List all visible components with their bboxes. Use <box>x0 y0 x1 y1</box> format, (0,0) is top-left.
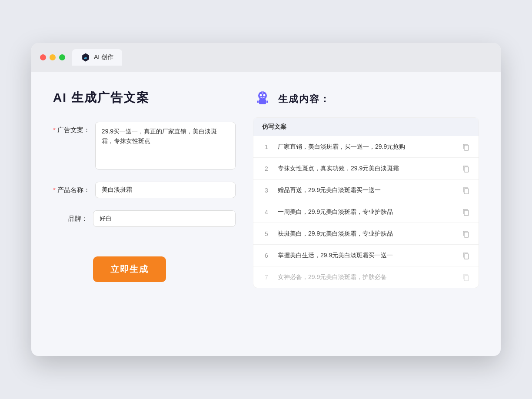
row-text-3: 赠品再送，29.9元美白淡斑霜买一送一 <box>278 186 455 195</box>
table-row: 4 一周美白，29.9元美白淡斑霜，专业护肤品 <box>253 201 479 223</box>
row-num-6: 6 <box>262 252 271 259</box>
svg-rect-3 <box>259 99 266 104</box>
results-title: 生成内容： <box>278 93 330 106</box>
row-text-5: 祛斑美白，29.9元美白淡斑霜，专业护肤品 <box>278 229 455 238</box>
brand-label: 品牌： <box>53 210 88 223</box>
browser-titlebar: AI AI 创作 <box>31 43 501 72</box>
copy-icon-4[interactable] <box>462 208 470 216</box>
required-star-1: * <box>53 126 56 133</box>
required-star-2: * <box>53 186 56 193</box>
svg-point-4 <box>260 94 262 96</box>
svg-rect-14 <box>464 232 469 237</box>
browser-window: AI AI 创作 AI 生成广告文案 *广告文案： 29.9买一送一，真正的厂家… <box>31 43 501 356</box>
row-num-2: 2 <box>262 165 271 172</box>
copy-icon-2[interactable] <box>462 165 470 173</box>
robot-icon <box>253 90 272 109</box>
copy-icon-5[interactable] <box>462 230 470 238</box>
svg-point-7 <box>262 91 263 93</box>
row-text-2: 专抹女性斑点，真实功效，29.9元美白淡斑霜 <box>278 164 455 173</box>
left-panel: AI 生成广告文案 *广告文案： 29.9买一送一，真正的厂家直销，美白淡斑霜，… <box>53 90 236 282</box>
right-panel: 生成内容： 仿写文案 1 厂家直销，美白淡斑霜，买一送一，29.9元抢购 2 专… <box>253 90 479 288</box>
copy-icon-1[interactable] <box>462 143 470 151</box>
browser-content: AI 生成广告文案 *广告文案： 29.9买一送一，真正的厂家直销，美白淡斑霜，… <box>31 72 501 306</box>
table-row: 6 掌握美白生活，29.9元美白淡斑霜买一送一 <box>253 245 479 266</box>
row-text-1: 厂家直销，美白淡斑霜，买一送一，29.9元抢购 <box>278 142 455 151</box>
svg-rect-15 <box>464 254 469 259</box>
table-row: 3 赠品再送，29.9元美白淡斑霜买一送一 <box>253 180 479 201</box>
ai-tab[interactable]: AI AI 创作 <box>72 49 122 66</box>
ad-copy-group: *广告文案： 29.9买一送一，真正的厂家直销，美白淡斑霜，专抹女性斑点 <box>53 122 236 170</box>
svg-rect-13 <box>464 210 469 216</box>
svg-rect-12 <box>464 189 469 194</box>
ad-copy-label: *广告文案： <box>53 122 90 134</box>
results-table: 仿写文案 1 厂家直销，美白淡斑霜，买一送一，29.9元抢购 2 专抹女性斑点，… <box>253 117 479 288</box>
row-text-6: 掌握美白生活，29.9元美白淡斑霜买一送一 <box>278 251 455 260</box>
row-num-7: 7 <box>262 274 271 281</box>
copy-icon-3[interactable] <box>462 186 470 194</box>
svg-point-5 <box>263 94 266 96</box>
brand-input[interactable] <box>93 210 236 227</box>
copy-icon-7[interactable] <box>462 273 470 281</box>
product-name-input[interactable] <box>95 182 236 198</box>
close-button[interactable] <box>40 54 46 60</box>
maximize-button[interactable] <box>59 54 65 60</box>
row-num-1: 1 <box>262 143 271 150</box>
product-name-label: *产品名称： <box>53 182 90 194</box>
row-num-3: 3 <box>262 187 271 194</box>
svg-text:AI: AI <box>84 56 87 60</box>
row-text-7: 女神必备，29.9元美白淡斑霜，护肤必备 <box>278 273 455 282</box>
minimize-button[interactable] <box>50 54 56 60</box>
svg-rect-11 <box>464 167 469 172</box>
copy-icon-6[interactable] <box>462 252 470 259</box>
svg-rect-6 <box>262 93 263 94</box>
table-row: 7 女神必备，29.9元美白淡斑霜，护肤必备 <box>253 266 479 288</box>
svg-rect-10 <box>464 145 469 150</box>
results-header: 生成内容： <box>253 90 479 109</box>
row-num-4: 4 <box>262 209 271 216</box>
svg-rect-16 <box>464 276 469 281</box>
page-title: AI 生成广告文案 <box>53 90 236 106</box>
table-row: 5 祛斑美白，29.9元美白淡斑霜，专业护肤品 <box>253 223 479 245</box>
table-row: 2 专抹女性斑点，真实功效，29.9元美白淡斑霜 <box>253 158 479 180</box>
table-row: 1 厂家直销，美白淡斑霜，买一送一，29.9元抢购 <box>253 136 479 158</box>
brand-group: 品牌： <box>53 210 236 227</box>
tab-label: AI 创作 <box>94 53 113 61</box>
generate-button[interactable]: 立即生成 <box>93 256 166 282</box>
svg-rect-9 <box>266 100 268 103</box>
table-header: 仿写文案 <box>253 118 479 136</box>
ad-copy-input[interactable]: 29.9买一送一，真正的厂家直销，美白淡斑霜，专抹女性斑点 <box>95 122 236 170</box>
product-name-group: *产品名称： <box>53 182 236 198</box>
svg-rect-8 <box>257 100 259 103</box>
traffic-lights <box>40 54 65 60</box>
row-num-5: 5 <box>262 230 271 237</box>
ai-tab-icon: AI <box>81 53 90 62</box>
row-text-4: 一周美白，29.9元美白淡斑霜，专业护肤品 <box>278 207 455 216</box>
